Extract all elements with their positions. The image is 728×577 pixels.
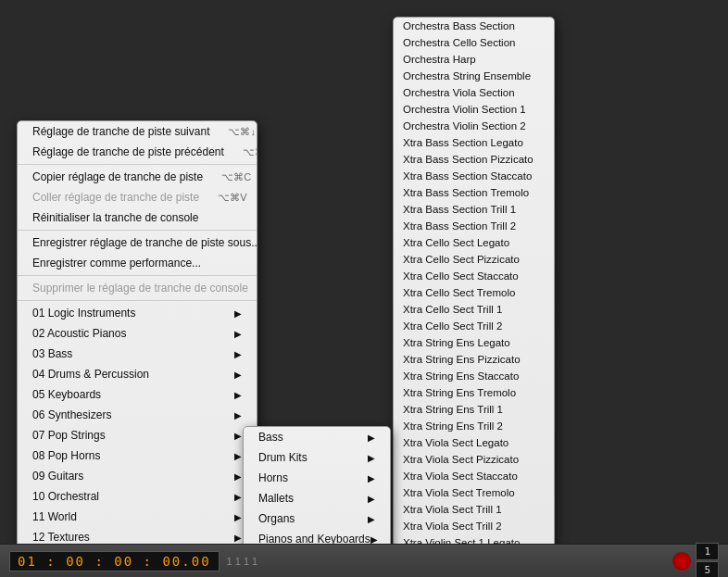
string-item-xtra-cello-trill-1[interactable]: Xtra Cello Sect Trill 1 — [394, 301, 554, 318]
string-item-orch-violin-2[interactable]: Orchestra Violin Section 2 — [394, 118, 554, 134]
string-item-label: Orchestra Bass Section — [403, 20, 515, 31]
string-item-xtra-cello-tremolo[interactable]: Xtra Cello Sect Tremolo — [394, 284, 554, 301]
submenu-item-label: Bass — [258, 431, 283, 444]
submenu-arrow-icon: ▶ — [234, 512, 242, 522]
menu-item-prev-track[interactable]: Réglage de tranche de piste précédent⌥⌘↑ — [18, 142, 257, 162]
submenu-arrow-icon: ▶ — [368, 473, 375, 483]
menu-item-08-pop-horns[interactable]: 08 Pop Horns▶ — [18, 445, 257, 466]
menu-item-shortcut: ⌥⌘V — [218, 192, 246, 204]
submenu-item-organs[interactable]: Organs▶ — [244, 508, 390, 529]
strings-list-panel: Orchestra Bass SectionOrchestra Cello Se… — [393, 17, 555, 554]
menu-item-label: Réglage de tranche de piste suivant — [32, 125, 209, 138]
menu-item-label: Enregistrer comme performance... — [32, 257, 201, 270]
menu-item-label: Réglage de tranche de piste précédent — [32, 145, 224, 158]
submenu-item-bass[interactable]: Bass▶ — [244, 427, 390, 447]
string-item-xtra-string-legato[interactable]: Xtra String Ens Legato — [394, 334, 554, 351]
submenu-item-label: Organs — [258, 512, 295, 525]
submenu-item-drum-kits[interactable]: Drum Kits▶ — [244, 447, 390, 468]
submenu-item-label: Mallets — [258, 492, 294, 505]
record-button[interactable] — [672, 551, 692, 571]
string-item-orch-string-ens[interactable]: Orchestra String Ensemble — [394, 68, 554, 84]
string-item-label: Xtra Cello Sect Trill 2 — [403, 320, 502, 332]
string-item-label: Orchestra Viola Section — [403, 87, 515, 98]
string-item-xtra-viola-pizzicato[interactable]: Xtra Viola Sect Pizzicato — [394, 451, 554, 468]
string-item-xtra-bass-legato[interactable]: Xtra Bass Section Legato — [394, 134, 554, 151]
menu-item-06-synths[interactable]: 06 Synthesizers▶ — [18, 405, 257, 425]
position-col1: 1 — [696, 543, 719, 560]
string-item-xtra-string-trill-2[interactable]: Xtra String Ens Trill 2 — [394, 418, 554, 434]
menu-item-04-drums[interactable]: 04 Drums & Percussion▶ — [18, 364, 257, 384]
submenu-arrow-icon: ▶ — [368, 494, 375, 504]
menu-item-03-bass[interactable]: 03 Bass▶ — [18, 344, 257, 364]
string-item-label: Xtra Bass Section Tremolo — [403, 187, 529, 198]
string-item-label: Xtra Viola Sect Tremolo — [403, 487, 515, 498]
string-item-xtra-string-trill-1[interactable]: Xtra String Ens Trill 1 — [394, 401, 554, 418]
string-item-xtra-viola-legato[interactable]: Xtra Viola Sect Legato — [394, 434, 554, 451]
menu-item-label: Copier réglage de tranche de piste — [32, 170, 203, 183]
submenu-arrow-icon: ▶ — [234, 410, 242, 420]
string-item-xtra-bass-pizzicato[interactable]: Xtra Bass Section Pizzicato — [394, 151, 554, 168]
string-item-label: Xtra String Ens Tremolo — [403, 387, 516, 398]
string-item-orch-bass[interactable]: Orchestra Bass Section — [394, 18, 554, 34]
menu-item-label: 05 Keyboards — [32, 388, 101, 401]
string-item-label: Xtra Bass Section Trill 2 — [403, 220, 516, 232]
string-item-xtra-viola-staccato[interactable]: Xtra Viola Sect Staccato — [394, 468, 554, 484]
string-item-orch-cello[interactable]: Orchestra Cello Section — [394, 34, 554, 51]
submenu-item-horns[interactable]: Horns▶ — [244, 468, 390, 488]
menu-item-11-world[interactable]: 11 World▶ — [18, 507, 257, 527]
string-item-xtra-cello-staccato[interactable]: Xtra Cello Sect Staccato — [394, 268, 554, 284]
menu-item-07-pop-strings[interactable]: 07 Pop Strings▶ — [18, 425, 257, 445]
menu-item-delete-track: Supprimer le réglage de tranche de conso… — [18, 278, 257, 298]
string-item-orch-harp[interactable]: Orchestra Harp — [394, 51, 554, 68]
menu-item-label: 04 Drums & Percussion — [32, 368, 149, 381]
menu-item-copy-track[interactable]: Copier réglage de tranche de piste⌥⌘C — [18, 167, 257, 187]
menu-item-paste-track: Coller réglage de tranche de piste⌥⌘V — [18, 187, 257, 207]
string-item-xtra-bass-trill-1[interactable]: Xtra Bass Section Trill 1 — [394, 201, 554, 218]
string-item-xtra-bass-trill-2[interactable]: Xtra Bass Section Trill 2 — [394, 218, 554, 234]
menu-item-label: Coller réglage de tranche de piste — [32, 191, 199, 204]
menu-item-09-guitars[interactable]: 09 Guitars▶ — [18, 466, 257, 486]
position-col2: 5 — [696, 561, 719, 577]
menu-item-02-acoustic[interactable]: 02 Acoustic Pianos▶ — [18, 323, 257, 344]
menu-item-shortcut: ⌥⌘↓ — [228, 126, 256, 138]
menu-separator — [18, 230, 257, 231]
string-item-xtra-viola-tremolo[interactable]: Xtra Viola Sect Tremolo — [394, 484, 554, 501]
menu-item-label: 12 Textures — [32, 531, 90, 544]
menu-item-05-keyboards[interactable]: 05 Keyboards▶ — [18, 384, 257, 405]
menu-separator — [18, 164, 257, 165]
string-item-orch-viola[interactable]: Orchestra Viola Section — [394, 84, 554, 101]
menu-item-reset-track[interactable]: Réinitialiser la tranche de console — [18, 207, 257, 228]
string-item-label: Xtra Bass Section Trill 1 — [403, 204, 516, 215]
menu-item-label: 06 Synthesizers — [32, 408, 111, 421]
menu-item-shortcut: ⌥⌘↑ — [243, 146, 257, 158]
string-item-orch-violin-1[interactable]: Orchestra Violin Section 1 — [394, 101, 554, 118]
submenu-item-mallets[interactable]: Mallets▶ — [244, 488, 390, 508]
menu-item-label: 07 Pop Strings — [32, 429, 106, 442]
menu-item-label: 02 Acoustic Pianos — [32, 327, 126, 340]
menu-item-label: 03 Bass — [32, 347, 72, 360]
string-item-xtra-bass-tremolo[interactable]: Xtra Bass Section Tremolo — [394, 184, 554, 201]
submenu-arrow-icon: ▶ — [234, 492, 242, 502]
menu-item-shortcut: ⌥⌘C — [221, 171, 251, 183]
string-item-xtra-cello-trill-2[interactable]: Xtra Cello Sect Trill 2 — [394, 318, 554, 334]
submenu-arrow-icon: ▶ — [234, 349, 242, 359]
string-item-xtra-string-tremolo[interactable]: Xtra String Ens Tremolo — [394, 384, 554, 401]
string-item-xtra-cello-legato[interactable]: Xtra Cello Sect Legato — [394, 234, 554, 251]
string-item-label: Orchestra Cello Section — [403, 37, 515, 48]
menu-item-save-track[interactable]: Enregistrer réglage de tranche de piste … — [18, 232, 257, 253]
string-item-xtra-bass-staccato[interactable]: Xtra Bass Section Staccato — [394, 168, 554, 184]
string-item-label: Xtra Cello Sect Pizzicato — [403, 254, 520, 265]
menu-item-10-orchestral[interactable]: 10 Orchestral▶ — [18, 486, 257, 507]
menu-item-next-track[interactable]: Réglage de tranche de piste suivant⌥⌘↓ — [18, 121, 257, 142]
menu-item-save-perf[interactable]: Enregistrer comme performance... — [18, 253, 257, 273]
string-item-xtra-string-staccato[interactable]: Xtra String Ens Staccato — [394, 368, 554, 384]
submenu-arrow-icon: ▶ — [368, 514, 375, 524]
string-item-xtra-cello-pizzicato[interactable]: Xtra Cello Sect Pizzicato — [394, 251, 554, 268]
submenu-arrow-icon: ▶ — [234, 451, 242, 461]
string-item-xtra-viola-trill-1[interactable]: Xtra Viola Sect Trill 1 — [394, 501, 554, 518]
submenu-arrow-icon: ▶ — [234, 390, 242, 400]
submenu-arrow-icon: ▶ — [234, 431, 242, 441]
menu-item-01-logic[interactable]: 01 Logic Instruments▶ — [18, 303, 257, 323]
string-item-xtra-string-pizzicato[interactable]: Xtra String Ens Pizzicato — [394, 351, 554, 368]
string-item-xtra-viola-trill-2[interactable]: Xtra Viola Sect Trill 2 — [394, 518, 554, 534]
